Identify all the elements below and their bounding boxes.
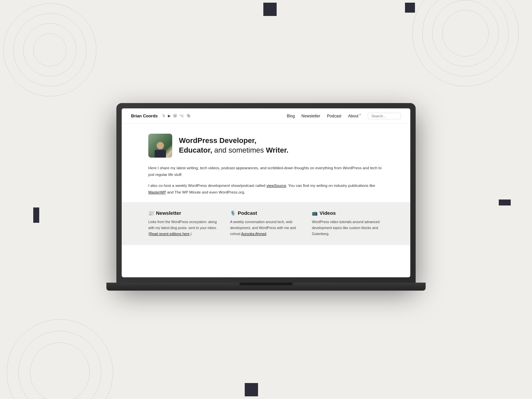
avatar-image <box>148 134 172 158</box>
headline-part3: and sometimes <box>212 146 266 154</box>
hero-section: WordPress Developer, Educator, and somet… <box>148 134 384 158</box>
headline: WordPress Developer, Educator, and somet… <box>179 136 289 155</box>
main-content: WordPress Developer, Educator, and somet… <box>122 124 410 202</box>
navbar: Brian Coords 𝕏 ▶ Ⓦ ⌥ 🐘 Blog Newsletter P… <box>122 108 410 124</box>
nav-icons: 𝕏 ▶ Ⓦ ⌥ 🐘 <box>162 113 191 118</box>
newsletter-card: 📰 Newsletter Links from the WordPress ec… <box>148 210 220 237</box>
videos-card-title: 📺 Videos <box>312 210 384 216</box>
newsletter-desc-end: .) <box>190 232 192 236</box>
videos-emoji: 📺 <box>312 210 318 216</box>
headline-part4: Writer. <box>266 146 289 154</box>
mastodon-icon[interactable]: 🐘 <box>187 114 191 118</box>
podcast-title-text: Podcast <box>238 210 257 216</box>
hero-text: WordPress Developer, Educator, and somet… <box>179 136 289 155</box>
about-link[interactable]: About ˅ <box>348 114 361 118</box>
nav-left: Brian Coords 𝕏 ▶ Ⓦ ⌥ 🐘 <box>131 113 191 118</box>
wordpress-icon[interactable]: Ⓦ <box>173 113 177 118</box>
twitter-icon[interactable]: 𝕏 <box>162 114 165 118</box>
bio-intro: I also co-host a weekly WordPress develo… <box>148 184 266 188</box>
newsletter-desc: Links from the WordPress ecosystem- alon… <box>148 219 220 237</box>
podcast-desc-end: . <box>266 232 267 236</box>
avatar-head <box>157 142 164 149</box>
description-text: Here I share my latest writing, tech vid… <box>148 165 384 178</box>
laptop-frame: Brian Coords 𝕏 ▶ Ⓦ ⌥ 🐘 Blog Newsletter P… <box>116 103 416 296</box>
laptop-base <box>106 283 426 291</box>
newsletter-title-text: Newsletter <box>156 210 181 216</box>
newsletter-link-read[interactable]: Read recent editions here <box>150 232 190 236</box>
avatar-figure <box>154 139 167 158</box>
avatar <box>148 134 172 158</box>
videos-desc: WordPress video tutorials around advance… <box>312 219 384 237</box>
bio-text: I also co-host a weekly WordPress develo… <box>148 183 384 196</box>
videos-title-text: Videos <box>320 210 336 216</box>
about-label: About <box>348 114 358 118</box>
bio-mid: . You can find my writing on industry pu… <box>286 184 375 188</box>
headline-part2: Educator, <box>179 146 212 154</box>
youtube-icon[interactable]: ▶ <box>168 114 171 118</box>
cards-grid: 📰 Newsletter Links from the WordPress ec… <box>148 210 384 237</box>
bio-end: and The WP Minute and even WordPress.org… <box>166 190 245 194</box>
aurooba-link[interactable]: Aurooba Ahmed <box>241 232 266 236</box>
site-title: Brian Coords <box>131 113 158 118</box>
github-icon[interactable]: ⌥ <box>180 114 184 118</box>
podcast-card: 🎙️ Podcast A weekly conversation around … <box>230 210 302 237</box>
screen: Brian Coords 𝕏 ▶ Ⓦ ⌥ 🐘 Blog Newsletter P… <box>122 108 410 277</box>
viewsource-link[interactable]: viewSource <box>266 184 286 188</box>
videos-card: 📺 Videos WordPress video tutorials aroun… <box>312 210 384 237</box>
masterwp-link[interactable]: MasterWP <box>148 190 166 194</box>
newsletter-card-title: 📰 Newsletter <box>148 210 220 216</box>
nav-right: Blog Newsletter Podcast About ˅ <box>287 113 401 119</box>
podcast-link[interactable]: Podcast <box>327 114 341 118</box>
about-chevron-icon: ˅ <box>359 114 361 118</box>
podcast-emoji: 🎙️ <box>230 210 236 216</box>
headline-part1: WordPress Developer, <box>179 136 256 145</box>
bottom-section: 📰 Newsletter Links from the WordPress ec… <box>122 202 410 245</box>
blog-link[interactable]: Blog <box>287 114 295 118</box>
laptop-hinge <box>239 283 293 285</box>
newsletter-emoji: 📰 <box>148 210 154 216</box>
search-input[interactable] <box>368 113 401 119</box>
podcast-desc: A weekly conversation around tech, web d… <box>230 219 302 237</box>
avatar-body <box>155 150 166 158</box>
podcast-card-title: 🎙️ Podcast <box>230 210 302 216</box>
newsletter-link[interactable]: Newsletter <box>302 114 321 118</box>
laptop-body: Brian Coords 𝕏 ▶ Ⓦ ⌥ 🐘 Blog Newsletter P… <box>116 103 416 283</box>
